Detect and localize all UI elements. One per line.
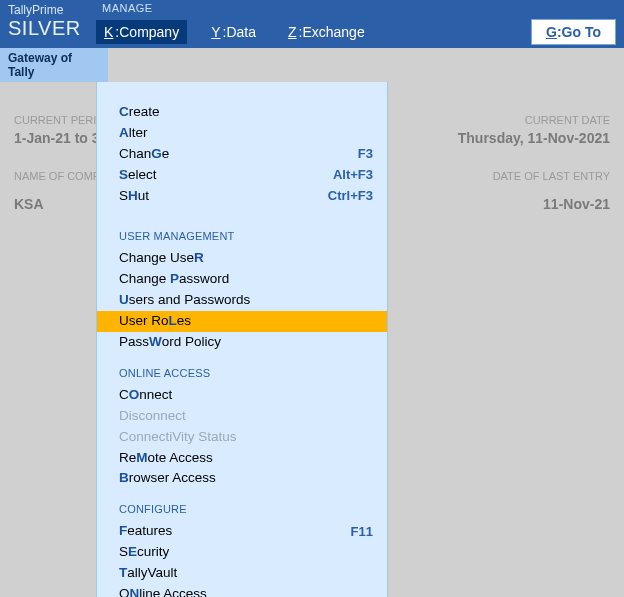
subheader: Gateway of Tally bbox=[0, 48, 108, 82]
menu-item-disconnect: Disconnect bbox=[97, 406, 387, 427]
company-menu-panel: CreateAlterChanGeF3SelectAlt+F3SHutCtrl+… bbox=[96, 82, 388, 597]
menu-group-title: ONLINE ACCESS bbox=[97, 363, 387, 385]
menu-item-label: Alter bbox=[119, 124, 373, 143]
menu-item-users-and-passwords[interactable]: Users and Passwords bbox=[97, 290, 387, 311]
menu-item-label: TallyVault bbox=[119, 564, 373, 583]
menu-item-label: PassWord Policy bbox=[119, 333, 373, 352]
goto-button[interactable]: G:Go To bbox=[531, 19, 616, 45]
menu-item-change-user[interactable]: Change UseR bbox=[97, 248, 387, 269]
menu-item-create[interactable]: Create bbox=[97, 102, 387, 123]
menu-item-label: Features bbox=[119, 522, 351, 541]
current-period-value: 1-Jan-21 to 31 bbox=[14, 130, 107, 146]
menu-item-label: Change Password bbox=[119, 270, 373, 289]
nav-data[interactable]: Y:Data bbox=[203, 20, 264, 44]
menu-group-title: CONFIGURE bbox=[97, 499, 387, 521]
menu-item-select[interactable]: SelectAlt+F3 bbox=[97, 165, 387, 186]
last-entry-value: 11-Nov-21 bbox=[543, 196, 610, 212]
menu-item-label: SHut bbox=[119, 187, 328, 206]
menu-item-change[interactable]: ChanGeF3 bbox=[97, 144, 387, 165]
nav-company[interactable]: K:Company bbox=[96, 20, 187, 44]
menu-item-label: Create bbox=[119, 103, 373, 122]
menu-item-shortcut: F11 bbox=[351, 523, 373, 541]
menu-item-label: ConnectiVity Status bbox=[119, 428, 373, 447]
manage-label: MANAGE bbox=[96, 0, 624, 16]
menu-item-connectivity-status: ConnectiVity Status bbox=[97, 427, 387, 448]
menu-item-label: ChanGe bbox=[119, 145, 358, 164]
current-date-label: CURRENT DATE bbox=[525, 114, 610, 126]
menu-item-online-access[interactable]: ONline Access bbox=[97, 584, 387, 597]
menu-item-label: ONline Access bbox=[119, 585, 373, 597]
menu-item-label: Disconnect bbox=[119, 407, 373, 426]
brand-main: SILVER bbox=[8, 17, 88, 39]
nav-exchange[interactable]: Z:Exchange bbox=[280, 20, 373, 44]
brand-top: TallyPrime bbox=[8, 4, 88, 17]
menu-item-label: COnnect bbox=[119, 386, 373, 405]
brand-block: TallyPrime SILVER bbox=[0, 0, 96, 48]
menu-item-label: ReMote Access bbox=[119, 449, 373, 468]
content-area: CURRENT PERI CURRENT DATE 1-Jan-21 to 31… bbox=[0, 82, 624, 597]
menu-item-tallyvault[interactable]: TallyVault bbox=[97, 563, 387, 584]
top-nav: K:Company Y:Data Z:Exchange G:Go To bbox=[96, 16, 624, 48]
menu-item-label: Browser Access bbox=[119, 469, 373, 488]
current-date-value: Thursday, 11-Nov-2021 bbox=[458, 130, 610, 146]
current-period-label: CURRENT PERI bbox=[14, 114, 96, 126]
header-right: MANAGE K:Company Y:Data Z:Exchange G:Go … bbox=[96, 0, 624, 48]
menu-item-security[interactable]: SEcurity bbox=[97, 542, 387, 563]
menu-item-connect[interactable]: COnnect bbox=[97, 385, 387, 406]
menu-item-label: Change UseR bbox=[119, 249, 373, 268]
menu-item-label: Select bbox=[119, 166, 333, 185]
menu-group-title: USER MANAGEMENT bbox=[97, 226, 387, 248]
menu-item-alter[interactable]: Alter bbox=[97, 123, 387, 144]
app-header: TallyPrime SILVER MANAGE K:Company Y:Dat… bbox=[0, 0, 624, 48]
menu-item-password-policy[interactable]: PassWord Policy bbox=[97, 332, 387, 353]
menu-item-shut[interactable]: SHutCtrl+F3 bbox=[97, 186, 387, 207]
company-name-value: KSA bbox=[14, 196, 44, 212]
company-name-label: NAME OF COMP bbox=[14, 170, 100, 182]
menu-item-remote-access[interactable]: ReMote Access bbox=[97, 448, 387, 469]
menu-item-shortcut: Alt+F3 bbox=[333, 166, 373, 184]
menu-item-shortcut: Ctrl+F3 bbox=[328, 187, 373, 205]
menu-item-shortcut: F3 bbox=[358, 145, 373, 163]
menu-item-user-roles[interactable]: User RoLes bbox=[97, 311, 387, 332]
menu-item-label: User RoLes bbox=[119, 312, 373, 331]
menu-item-label: Users and Passwords bbox=[119, 291, 373, 310]
menu-item-change-password[interactable]: Change Password bbox=[97, 269, 387, 290]
menu-item-features[interactable]: FeaturesF11 bbox=[97, 521, 387, 542]
menu-item-label: SEcurity bbox=[119, 543, 373, 562]
menu-item-browser-access[interactable]: Browser Access bbox=[97, 468, 387, 489]
last-entry-label: DATE OF LAST ENTRY bbox=[493, 170, 610, 182]
